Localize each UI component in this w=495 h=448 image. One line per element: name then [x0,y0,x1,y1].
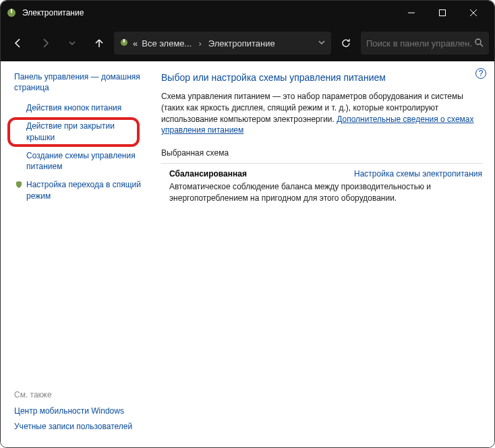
search-input[interactable] [366,38,471,49]
svg-rect-7 [123,39,125,42]
sidebar-item-power-buttons[interactable]: Действия кнопок питания [14,102,141,121]
see-also-label: См. также [14,390,141,399]
forward-button[interactable] [33,31,57,55]
breadcrumb-current[interactable]: Электропитание [208,38,275,49]
breadcrumb-sep-icon [196,38,204,49]
svg-rect-3 [440,10,446,16]
up-button[interactable] [87,31,111,55]
see-also-mobility-center[interactable]: Центр мобильности Windows [14,406,141,417]
sidebar-home-link[interactable]: Панель управления — домашняя страница [14,72,141,93]
main-panel: ? Выбор или настройка схемы управления п… [149,61,494,448]
sidebar-spacer [14,209,141,390]
search-icon[interactable] [474,38,484,49]
sidebar-item-label: Действия кнопок питания [26,102,121,114]
maximize-button[interactable] [427,1,458,25]
svg-rect-1 [11,9,12,13]
svg-line-9 [480,44,483,46]
description-text: Схема управления питанием — это набор па… [161,91,482,136]
back-button[interactable] [6,31,30,55]
help-icon[interactable]: ? [475,68,486,79]
selected-scheme-label: Выбранная схема [161,148,482,158]
recent-dropdown[interactable] [60,31,84,55]
search-bar[interactable] [361,32,489,55]
sidebar-item-sleep-settings[interactable]: Настройка перехода в спящий режим [14,179,141,209]
chevron-down-icon[interactable] [318,38,326,49]
page-title: Выбор или настройка схемы управления пит… [161,72,482,83]
scheme-description: Автоматическое соблюдение баланса между … [161,181,482,204]
window: Электропитание « Все элеме... [0,0,495,448]
sidebar-item-lid-close[interactable]: Действие при закрытии крышки [14,121,141,150]
navbar: « Все элеме... Электропитание [1,25,494,61]
breadcrumb-root[interactable]: Все элеме... [142,38,192,49]
sidebar-item-create-scheme[interactable]: Создание схемы управления питанием [14,150,141,180]
scheme-name: Сбалансированная [169,169,247,179]
scheme-config-link[interactable]: Настройка схемы электропитания [354,169,482,179]
window-title: Электропитание [22,8,396,18]
shield-icon [14,181,24,189]
divider [161,163,482,164]
titlebar: Электропитание [1,1,494,25]
app-icon [6,7,17,18]
scheme-bar: Сбалансированная Настройка схемы электро… [161,169,482,179]
svg-point-8 [475,39,481,44]
close-button[interactable] [458,1,489,25]
refresh-button[interactable] [334,32,358,55]
minimize-button[interactable] [396,1,427,25]
breadcrumb-icon [119,38,129,49]
content: Панель управления — домашняя страница Де… [1,61,494,448]
sidebar-item-label: Настройка перехода в спящий режим [26,179,141,202]
breadcrumb-prefix: « [133,38,138,49]
sidebar: Панель управления — домашняя страница Де… [1,61,149,448]
sidebar-item-label: Действие при закрытии крышки [26,121,141,143]
address-bar[interactable]: « Все элеме... Электропитание [114,32,331,55]
sidebar-item-label: Создание схемы управления питанием [26,150,141,173]
see-also-user-accounts[interactable]: Учетные записи пользователей [14,422,141,433]
